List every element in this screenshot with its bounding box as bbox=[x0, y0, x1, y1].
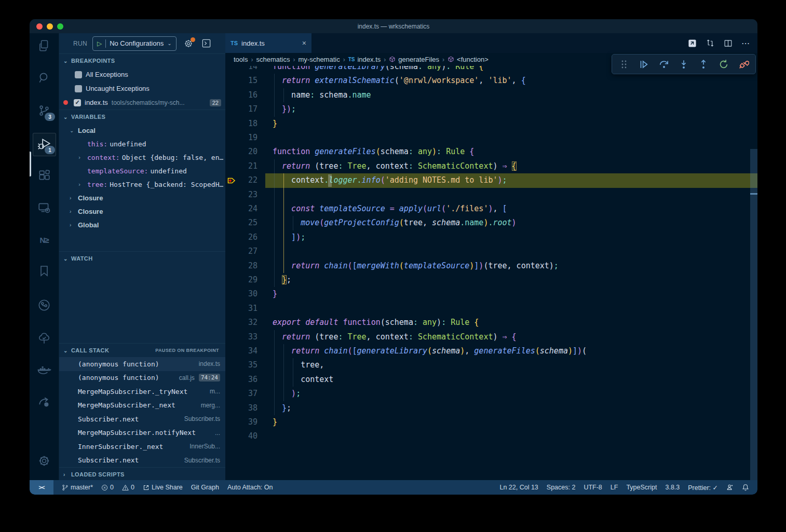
variables-scope-closure[interactable]: ›Closure bbox=[59, 191, 225, 204]
breakpoint-checkbox[interactable]: ✓ bbox=[74, 99, 81, 106]
line-number[interactable]: 27 bbox=[239, 244, 258, 258]
callstack-frame[interactable]: Subscriber.nextSubscriber.ts bbox=[59, 412, 225, 426]
restart-button[interactable] bbox=[717, 58, 730, 71]
breadcrumb-item[interactable]: <function> bbox=[448, 56, 489, 63]
search-icon[interactable] bbox=[37, 71, 51, 85]
status-prettier[interactable]: Prettier: ✓ bbox=[688, 484, 718, 492]
breakpoint-row[interactable]: ✓index.tstools/schematics/my-sch...22 bbox=[59, 96, 225, 110]
line-number[interactable]: 23 bbox=[239, 188, 258, 202]
callstack-frame[interactable]: MergeMapSubscriber.notifyNext... bbox=[59, 426, 225, 440]
status-auto-attach[interactable]: Auto Attach: On bbox=[227, 484, 273, 491]
run-debug-icon[interactable]: 1 bbox=[37, 137, 51, 151]
status-errors[interactable]: 0 bbox=[101, 484, 114, 491]
line-number[interactable]: 22 bbox=[239, 173, 258, 187]
variables-scope-local[interactable]: ⌄Local bbox=[59, 124, 225, 137]
variable-row[interactable]: ›tree: HostTree {_backend: ScopedH… bbox=[59, 178, 225, 191]
open-changes-icon[interactable] bbox=[688, 39, 697, 48]
variables-section-header[interactable]: ⌄ VARIABLES bbox=[59, 110, 225, 124]
line-number[interactable]: 24 bbox=[239, 202, 258, 216]
callstack-frame[interactable]: (anonymous function)call.js74:24 bbox=[59, 371, 225, 385]
code-editor[interactable]: 14function generateLibrary(schema: any):… bbox=[225, 66, 757, 480]
more-actions-button[interactable]: ⋯ bbox=[741, 38, 750, 48]
disconnect-button[interactable] bbox=[737, 58, 750, 71]
line-number[interactable]: 14 bbox=[239, 66, 258, 74]
callstack-frame[interactable]: MergeMapSubscriber._nextmerg... bbox=[59, 399, 225, 413]
line-number[interactable]: 20 bbox=[239, 145, 258, 159]
test-explorer-icon[interactable] bbox=[37, 331, 51, 346]
status-indentation[interactable]: Spaces: 2 bbox=[547, 484, 576, 491]
step-over-button[interactable] bbox=[657, 58, 671, 71]
line-number[interactable]: 35 bbox=[239, 358, 258, 372]
line-number[interactable]: 32 bbox=[239, 316, 258, 330]
breakpoint-checkbox[interactable] bbox=[75, 71, 82, 78]
git-history-icon[interactable] bbox=[37, 298, 51, 312]
status-cursor-position[interactable]: Ln 22, Col 13 bbox=[499, 484, 538, 491]
status-live-share[interactable]: Live Share bbox=[143, 484, 183, 491]
continue-button[interactable] bbox=[637, 58, 651, 71]
status-git-branch[interactable]: master* bbox=[62, 484, 93, 491]
status-git-graph[interactable]: Git Graph bbox=[191, 484, 219, 491]
variables-scope-closure[interactable]: ›Closure bbox=[59, 204, 225, 218]
source-control-icon[interactable]: 3 bbox=[37, 103, 51, 118]
callstack-frame[interactable]: InnerSubscriber._nextInnerSub... bbox=[59, 440, 225, 454]
breakpoint-row[interactable]: Uncaught Exceptions bbox=[59, 81, 225, 96]
status-warnings[interactable]: 0 bbox=[122, 484, 134, 491]
docker-icon[interactable] bbox=[37, 363, 51, 377]
step-out-button[interactable] bbox=[697, 58, 710, 71]
split-editor-button[interactable] bbox=[724, 39, 733, 48]
line-number[interactable]: 25 bbox=[239, 216, 258, 230]
start-debug-icon[interactable]: ▷ bbox=[97, 40, 102, 47]
call-stack-section-header[interactable]: ⌄ CALL STACK PAUSED ON BREAKPOINT bbox=[59, 343, 225, 357]
step-into-button[interactable] bbox=[677, 58, 690, 71]
compare-changes-icon[interactable] bbox=[706, 38, 715, 48]
line-number[interactable]: 37 bbox=[239, 387, 258, 401]
line-number[interactable]: 28 bbox=[239, 259, 258, 273]
settings-gear-icon[interactable] bbox=[37, 454, 51, 468]
breadcrumb-item[interactable]: generateFiles bbox=[389, 56, 439, 63]
status-language-mode[interactable]: TypeScript bbox=[626, 484, 657, 491]
bookmarks-icon[interactable] bbox=[37, 264, 51, 278]
line-number[interactable]: 19 bbox=[239, 131, 258, 145]
callstack-frame[interactable]: (anonymous function)index.ts bbox=[59, 357, 225, 371]
editor-scrollbar[interactable] bbox=[750, 149, 757, 480]
line-number[interactable]: 18 bbox=[239, 117, 258, 131]
status-feedback[interactable] bbox=[726, 484, 734, 491]
variable-row[interactable]: this: undefined bbox=[59, 137, 225, 151]
remote-indicator[interactable]: >< bbox=[30, 480, 53, 495]
line-number[interactable]: 39 bbox=[239, 415, 258, 429]
loaded-scripts-section-header[interactable]: › LOADED SCRIPTS bbox=[59, 467, 225, 480]
status-encoding[interactable]: UTF-8 bbox=[584, 484, 602, 491]
paused-breakpoint-icon[interactable] bbox=[227, 176, 236, 185]
breadcrumb-item[interactable]: schematics bbox=[256, 56, 290, 63]
line-number[interactable]: 21 bbox=[239, 159, 258, 173]
nx-console-icon[interactable]: N≥ bbox=[37, 233, 51, 247]
debug-configuration-dropdown[interactable]: ▷ No Configurations ⌄ bbox=[92, 36, 177, 51]
remote-explorer-icon[interactable] bbox=[37, 200, 51, 215]
tab-index-ts[interactable]: TS index.ts × bbox=[225, 33, 311, 53]
breakpoints-section-header[interactable]: ⌄ BREAKPOINTS bbox=[59, 53, 225, 67]
breadcrumb-item[interactable]: tools bbox=[234, 56, 248, 63]
extensions-icon[interactable] bbox=[37, 168, 51, 183]
line-number[interactable]: 31 bbox=[239, 302, 258, 316]
line-number[interactable]: 15 bbox=[239, 74, 258, 88]
line-number[interactable]: 30 bbox=[239, 287, 258, 301]
line-number[interactable]: 29 bbox=[239, 273, 258, 287]
close-tab-icon[interactable]: × bbox=[302, 39, 306, 47]
breakpoint-checkbox[interactable] bbox=[75, 85, 82, 92]
variable-row[interactable]: ›context: Object {debug: false, en… bbox=[59, 151, 225, 164]
status-eol[interactable]: LF bbox=[611, 484, 618, 491]
explorer-icon[interactable] bbox=[37, 38, 51, 53]
line-number[interactable]: 26 bbox=[239, 230, 258, 244]
configure-gear-icon[interactable] bbox=[184, 39, 193, 48]
breadcrumb-item[interactable]: my-schematic bbox=[299, 56, 340, 63]
line-number[interactable]: 16 bbox=[239, 88, 258, 102]
status-ts-version[interactable]: 3.8.3 bbox=[665, 484, 680, 491]
status-notifications[interactable] bbox=[742, 484, 749, 491]
line-number[interactable]: 38 bbox=[239, 401, 258, 415]
callstack-frame[interactable]: MergeMapSubscriber._tryNextm... bbox=[59, 385, 225, 399]
variable-row[interactable]: templateSource: undefined bbox=[59, 164, 225, 178]
live-share-icon[interactable] bbox=[37, 395, 51, 410]
breakpoint-row[interactable]: All Exceptions bbox=[59, 67, 225, 81]
callstack-frame[interactable]: Subscriber.nextSubscriber.ts bbox=[59, 454, 225, 468]
debug-console-icon[interactable] bbox=[201, 38, 211, 48]
